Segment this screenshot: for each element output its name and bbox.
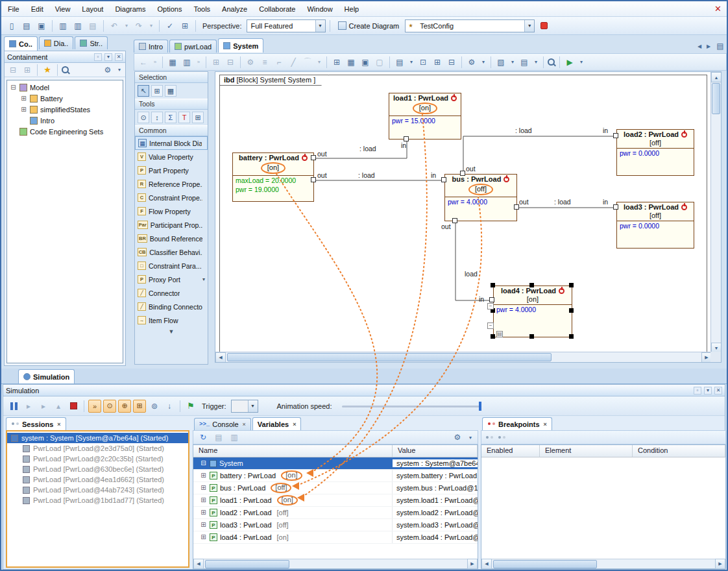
- horizontal-scrollbar[interactable]: ◀ ▶: [193, 559, 478, 568]
- layout-icon[interactable]: ⚙: [244, 56, 257, 69]
- port[interactable]: [311, 155, 316, 160]
- select-cursor-icon[interactable]: ↖: [138, 85, 149, 97]
- slider-handle[interactable]: [479, 402, 481, 411]
- redo-dropdown-icon[interactable]: ▾: [147, 19, 155, 32]
- menu-item[interactable]: Help: [345, 5, 359, 13]
- tree-expander-icon[interactable]: ⊞: [20, 106, 27, 113]
- marquee-select-icon[interactable]: ⊞: [151, 85, 163, 97]
- block-load4[interactable]: load4 : PwrLoad [on] pwr = 4.0000: [493, 286, 572, 337]
- display-dropdown-icon[interactable]: ▾: [509, 56, 516, 69]
- port[interactable]: [311, 177, 316, 182]
- palette-item[interactable]: P Part Property: [135, 164, 208, 177]
- left-panel-tab[interactable]: Co..: [4, 36, 38, 51]
- silent-mode-toggle-icon[interactable]: ⊕: [118, 400, 131, 413]
- column-header-enabled[interactable]: Enabled: [481, 445, 540, 457]
- open-project-icon[interactable]: ▤: [20, 19, 33, 32]
- collapse-all-icon[interactable]: ⊟: [6, 64, 19, 77]
- collapse-compartment-icon[interactable]: −: [487, 303, 494, 310]
- palette-item[interactable]: R Reference Prope...: [135, 177, 208, 191]
- animation-toggle-icon[interactable]: »: [88, 400, 101, 413]
- collapse-compartment-icon[interactable]: −: [487, 322, 494, 329]
- horizontal-scrollbar[interactable]: ◀ ▶: [481, 559, 725, 568]
- frame-icon[interactable]: ▢: [373, 56, 386, 69]
- tab-pwrload[interactable]: pwrLoad: [169, 40, 217, 53]
- tree-expander-icon[interactable]: ⊟: [10, 84, 17, 91]
- block-load2[interactable]: load2 : PwrLoad [off] pwr = 0.0000: [616, 129, 694, 176]
- expander-icon[interactable]: ⊟: [200, 460, 207, 467]
- pause-button[interactable]: [7, 400, 20, 413]
- run-dropdown-icon[interactable]: ▾: [577, 56, 585, 69]
- refresh-icon[interactable]: ↻: [197, 431, 210, 444]
- export-html-icon[interactable]: ▥: [228, 431, 241, 444]
- trigger-select[interactable]: ▼: [231, 400, 258, 413]
- pin-panel-icon[interactable]: ▾: [104, 53, 112, 61]
- selection-handle[interactable]: [569, 308, 574, 313]
- paths-icon[interactable]: ⊡: [417, 56, 430, 69]
- redo-icon[interactable]: ↷: [132, 19, 145, 32]
- scroll-left-icon[interactable]: ◀: [193, 559, 204, 569]
- paste-icon[interactable]: ⊟: [224, 56, 237, 69]
- session-item[interactable]: PwrLoad [PwrLoad@2e3d75a0] (Started): [7, 443, 188, 454]
- port[interactable]: [441, 177, 446, 182]
- grid-icon[interactable]: ▦: [345, 56, 358, 69]
- block-battery[interactable]: battery : PwrLoad [on] maxLoad = 20.0000…: [232, 152, 314, 202]
- menu-item[interactable]: View: [55, 5, 71, 13]
- column-header-name[interactable]: Name: [193, 445, 393, 457]
- create-diagram-button[interactable]: Create Diagram: [334, 19, 404, 33]
- options-dropdown-icon[interactable]: ▾: [479, 56, 487, 69]
- run-icon[interactable]: ▶: [563, 56, 576, 69]
- gear-dropdown-icon[interactable]: ▾: [115, 64, 123, 77]
- close-panel-icon[interactable]: ✕: [714, 387, 722, 395]
- overflow-icon[interactable]: »: [151, 56, 159, 69]
- palette-item[interactable]: ╱ Connector: [135, 286, 208, 300]
- step-into-icon[interactable]: ▸: [22, 400, 35, 413]
- port[interactable]: [613, 133, 618, 138]
- palette-scroll-down-icon[interactable]: ▼: [135, 327, 208, 335]
- menu-item[interactable]: File: [8, 5, 19, 13]
- port[interactable]: [514, 204, 519, 210]
- tab-simulation[interactable]: Simulation: [18, 369, 75, 383]
- expander-icon[interactable]: ⊞: [200, 509, 207, 516]
- expander-icon[interactable]: ⊞: [200, 522, 207, 529]
- palette-item[interactable]: ▦ Internal Block Dia...: [135, 136, 208, 150]
- display-icon[interactable]: ▧: [494, 56, 507, 69]
- float-panel-icon[interactable]: ▫: [94, 53, 102, 61]
- menu-item[interactable]: Options: [157, 5, 182, 13]
- tree-item[interactable]: Code Engineering Sets: [7, 126, 123, 137]
- compartments-dropdown-icon[interactable]: ▾: [407, 56, 415, 69]
- step-out-icon[interactable]: ▴: [52, 400, 65, 413]
- tab-sessions[interactable]: Sessions ×: [6, 417, 66, 430]
- add-breakpoint-icon[interactable]: [485, 435, 494, 441]
- save-icon[interactable]: ▣: [35, 19, 48, 32]
- palette-item[interactable]: P Proxy Port ▾: [135, 273, 208, 286]
- swimlane-tool-icon[interactable]: ↕: [151, 112, 163, 123]
- route-icon[interactable]: ⌐: [273, 56, 285, 69]
- diagram-canvas[interactable]: ibd [Block] System[ System ] load1 : Pwr…: [215, 71, 722, 363]
- page-setup-icon[interactable]: ▤: [86, 19, 99, 32]
- palette-item[interactable]: C Constraint Prope...: [135, 191, 208, 204]
- sum-tool-icon[interactable]: Σ: [165, 112, 176, 123]
- palette-item[interactable]: CB Classifier Behavi...: [135, 245, 208, 259]
- close-icon[interactable]: ×: [243, 421, 246, 428]
- column-header-condition[interactable]: Condition: [633, 445, 725, 457]
- tree-item[interactable]: ⊞ Battery: [7, 93, 123, 104]
- remove-breakpoint-icon[interactable]: [498, 435, 506, 441]
- scroll-right-icon[interactable]: ▶: [715, 559, 725, 569]
- tab-scroll-right-icon[interactable]: ▶: [705, 40, 712, 53]
- undo-dropdown-icon[interactable]: ▾: [123, 19, 130, 32]
- palette-item[interactable]: BR Bound Reference: [135, 232, 208, 245]
- zoom-icon[interactable]: [547, 58, 556, 67]
- selection-handle[interactable]: [491, 334, 495, 339]
- scroll-left-icon[interactable]: ◀: [215, 352, 226, 363]
- gear-icon[interactable]: ⚙: [451, 431, 464, 444]
- tab-breakpoints[interactable]: Breakpoints ×: [482, 417, 552, 430]
- tab-variables[interactable]: Variables ×: [252, 417, 302, 430]
- export-result-icon[interactable]: ↓: [163, 400, 176, 413]
- anchor-tool-icon[interactable]: ⊞: [192, 112, 204, 123]
- gear-dropdown-icon[interactable]: ▾: [467, 431, 474, 444]
- window-close-button[interactable]: ✕: [714, 4, 722, 14]
- left-panel-tab[interactable]: Dia..: [39, 36, 74, 49]
- scrollbar-thumb[interactable]: [227, 353, 552, 361]
- expander-icon[interactable]: ⊞: [200, 472, 207, 480]
- palette-item[interactable]: → Item Flow: [135, 313, 208, 327]
